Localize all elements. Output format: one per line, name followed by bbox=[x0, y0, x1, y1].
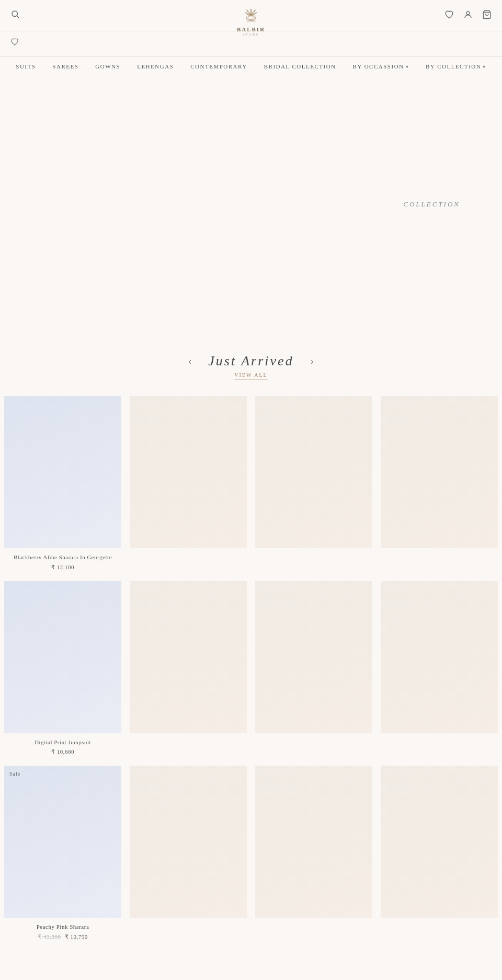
main-nav: SUITS SAREES GOWNS LEHENGAS CONTEMPORARY… bbox=[0, 56, 502, 76]
wishlist-button[interactable] bbox=[442, 8, 456, 23]
brand-subtitle: STORE bbox=[243, 32, 259, 37]
product-image-11 bbox=[255, 766, 372, 918]
svg-point-5 bbox=[246, 9, 247, 10]
product-image-2 bbox=[130, 396, 247, 548]
product-card-11[interactable] bbox=[251, 762, 376, 947]
product-info-4 bbox=[381, 548, 498, 556]
product-image-3 bbox=[255, 396, 372, 548]
nav-by-occassion[interactable]: BY OCCASSION ▾ bbox=[353, 63, 409, 70]
product-info-3 bbox=[255, 548, 372, 556]
nav-bridal-collection[interactable]: BRIDAL COLLECTION bbox=[264, 63, 336, 70]
product-info-7 bbox=[255, 733, 372, 741]
product-card-6[interactable] bbox=[126, 577, 251, 762]
product-info-6 bbox=[130, 733, 247, 741]
product-info-9: Peachy Pink Sharara ₹ 43,000 ₹ 10,750 bbox=[4, 918, 121, 942]
product-card-4[interactable] bbox=[376, 392, 502, 577]
product-name-1: Blackberry Aline Sharara In Georgette bbox=[6, 554, 119, 561]
account-button[interactable] bbox=[461, 8, 475, 23]
left-wishlist-button[interactable] bbox=[8, 36, 21, 50]
collection-label: COLLECTION bbox=[403, 200, 460, 209]
chevron-down-icon: ▾ bbox=[406, 64, 409, 70]
product-name-5: Digital Print Jumpsuit bbox=[6, 739, 119, 746]
just-arrived-section: ‹ Just Arrived › VIEW ALL Blackberry Ali… bbox=[0, 332, 502, 957]
section-header: ‹ Just Arrived › VIEW ALL bbox=[0, 353, 502, 379]
carousel-next-button[interactable]: › bbox=[306, 354, 318, 369]
product-card-3[interactable] bbox=[251, 392, 376, 577]
product-grid-row2: Digital Print Jumpsuit ₹ 10,680 bbox=[0, 577, 502, 762]
nav-lehengas[interactable]: LEHENGAS bbox=[137, 63, 174, 70]
product-current-price-9: ₹ 10,750 bbox=[65, 933, 88, 940]
svg-line-1 bbox=[17, 16, 19, 18]
nav-suits[interactable]: SUITS bbox=[16, 63, 36, 70]
svg-point-3 bbox=[248, 16, 254, 20]
product-image-10 bbox=[130, 766, 247, 918]
svg-point-6 bbox=[255, 9, 256, 10]
product-card-12[interactable] bbox=[376, 762, 502, 947]
product-card-1[interactable]: Blackberry Aline Sharara In Georgette ₹ … bbox=[0, 392, 126, 577]
brand-name: BALBIR bbox=[237, 27, 265, 32]
nav-gowns[interactable]: GOWNS bbox=[95, 63, 120, 70]
sale-badge-9: Sale bbox=[9, 771, 20, 777]
search-button[interactable] bbox=[8, 7, 22, 24]
top-bar-left bbox=[8, 7, 22, 24]
product-image-6 bbox=[130, 581, 247, 733]
product-card-10[interactable] bbox=[126, 762, 251, 947]
view-all-link[interactable]: VIEW ALL bbox=[234, 372, 267, 379]
product-name-9: Peachy Pink Sharara bbox=[6, 923, 119, 931]
product-card-5[interactable]: Digital Print Jumpsuit ₹ 10,680 bbox=[0, 577, 126, 762]
product-info-12 bbox=[381, 918, 498, 925]
top-bar: BALBIR STORE bbox=[0, 0, 502, 31]
nav-by-collection[interactable]: BY COLLECTION ▾ bbox=[426, 63, 486, 70]
product-image-5 bbox=[4, 581, 121, 733]
product-info-5: Digital Print Jumpsuit ₹ 10,680 bbox=[4, 733, 121, 757]
section-title: Just Arrived bbox=[208, 353, 293, 369]
product-image-12 bbox=[381, 766, 498, 918]
logo-emblem bbox=[240, 4, 262, 26]
cart-button[interactable] bbox=[480, 8, 494, 23]
nav-sarees[interactable]: SAREES bbox=[52, 63, 78, 70]
product-info-10 bbox=[130, 918, 247, 925]
product-price-5: ₹ 10,680 bbox=[6, 748, 119, 755]
product-card-8[interactable] bbox=[376, 577, 502, 762]
svg-point-0 bbox=[12, 11, 18, 17]
product-info-2 bbox=[130, 548, 247, 556]
svg-point-4 bbox=[250, 9, 252, 10]
svg-point-9 bbox=[466, 11, 470, 15]
product-card-7[interactable] bbox=[251, 577, 376, 762]
product-card-9[interactable]: Sale Peachy Pink Sharara ₹ 43,000 ₹ 10,7… bbox=[0, 762, 126, 947]
carousel-prev-button[interactable]: ‹ bbox=[184, 354, 196, 369]
product-grid-row3: Sale Peachy Pink Sharara ₹ 43,000 ₹ 10,7… bbox=[0, 762, 502, 947]
section-title-row: ‹ Just Arrived › bbox=[184, 353, 317, 369]
product-info-11 bbox=[255, 918, 372, 925]
product-info-8 bbox=[381, 733, 498, 741]
product-image-4 bbox=[381, 396, 498, 548]
product-image-8 bbox=[381, 581, 498, 733]
logo[interactable]: BALBIR STORE bbox=[237, 4, 265, 37]
product-image-9: Sale bbox=[4, 766, 121, 918]
product-price-1: ₹ 12,100 bbox=[6, 564, 119, 571]
hero-area: COLLECTION bbox=[0, 76, 502, 332]
product-grid-row1: Blackberry Aline Sharara In Georgette ₹ … bbox=[0, 392, 502, 577]
nav-contemporary[interactable]: CONTEMPORARY bbox=[190, 63, 247, 70]
product-image-1 bbox=[4, 396, 121, 548]
top-bar-right bbox=[442, 8, 494, 23]
product-old-price-9: ₹ 43,000 bbox=[38, 933, 61, 940]
product-price-9: ₹ 43,000 ₹ 10,750 bbox=[6, 933, 119, 940]
chevron-down-icon: ▾ bbox=[483, 64, 486, 70]
product-info-1: Blackberry Aline Sharara In Georgette ₹ … bbox=[4, 548, 121, 572]
product-card-2[interactable] bbox=[126, 392, 251, 577]
product-image-7 bbox=[255, 581, 372, 733]
hero-collection-badge: COLLECTION bbox=[403, 200, 460, 209]
